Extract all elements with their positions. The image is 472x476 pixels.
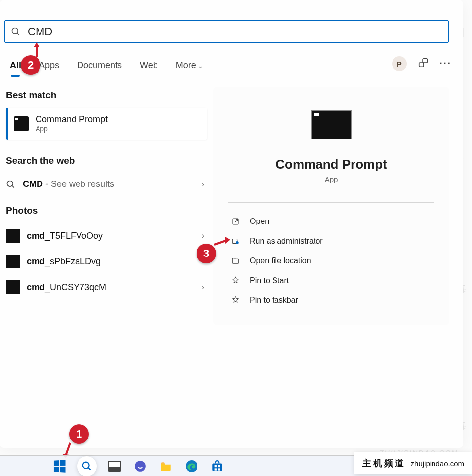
tab-documents[interactable]: Documents xyxy=(76,57,123,73)
tab-apps[interactable]: Apps xyxy=(38,57,60,73)
svg-rect-14 xyxy=(215,465,217,467)
preview-subtitle: App xyxy=(228,175,434,183)
preview-title: Command Prompt xyxy=(228,157,434,172)
svg-rect-15 xyxy=(218,465,220,467)
results-column: Best match Command Prompt App Search the… xyxy=(6,87,207,300)
edge-browser-icon[interactable] xyxy=(184,458,199,474)
section-photos: Photos xyxy=(6,202,207,223)
svg-line-5 xyxy=(12,185,14,187)
action-pin-to-start[interactable]: Pin to Start xyxy=(228,271,434,291)
photo-thumbnail xyxy=(6,255,20,268)
section-search-web: Search the web xyxy=(6,152,207,173)
folder-icon xyxy=(231,256,240,265)
annotation-arrow-2 xyxy=(31,41,43,58)
svg-rect-16 xyxy=(215,468,217,470)
preview-column: Command Prompt App Open Run as administr… xyxy=(213,87,449,325)
shield-admin-icon xyxy=(231,237,240,246)
action-run-as-administrator[interactable]: Run as administrator xyxy=(228,231,434,251)
pin-icon xyxy=(231,276,240,285)
search-icon xyxy=(6,180,16,189)
best-match-subtitle: App xyxy=(36,125,108,133)
svg-point-4 xyxy=(7,181,13,186)
share-icon[interactable] xyxy=(418,57,429,70)
task-view-icon[interactable] xyxy=(107,458,122,474)
taskbar-search-button[interactable] xyxy=(77,456,97,476)
start-button[interactable] xyxy=(51,458,67,474)
file-explorer-icon[interactable] xyxy=(158,458,174,474)
header-icons: P ··· xyxy=(392,56,451,71)
photo-thumbnail xyxy=(6,229,20,243)
annotation-badge-1: 1 xyxy=(69,424,89,444)
svg-line-1 xyxy=(17,33,19,35)
action-open[interactable]: Open xyxy=(228,212,434,231)
more-options-icon[interactable]: ··· xyxy=(439,57,451,70)
svg-point-0 xyxy=(12,28,18,34)
svg-point-11 xyxy=(135,461,146,472)
svg-line-10 xyxy=(88,467,91,470)
chevron-right-icon: › xyxy=(202,231,207,240)
preview-app-icon xyxy=(311,110,352,139)
best-match-item[interactable]: Command Prompt App xyxy=(6,108,207,140)
windows-search-window: All Apps Documents Web More⌄ P ··· Best … xyxy=(0,0,463,448)
open-icon xyxy=(231,217,240,226)
svg-rect-13 xyxy=(212,463,222,471)
command-prompt-icon xyxy=(14,116,29,131)
user-avatar[interactable]: P xyxy=(392,56,407,71)
svg-rect-2 xyxy=(419,63,423,67)
photo-item[interactable]: cmd_T5FLFVoOoy › xyxy=(6,223,207,249)
watermark-badge: 主机频道zhujipindao.com xyxy=(354,452,472,474)
annotation-badge-2: 2 xyxy=(21,55,40,75)
search-bar[interactable] xyxy=(4,20,449,43)
photo-item[interactable]: cmd_UnCSY73qcM › xyxy=(6,274,207,300)
pin-icon xyxy=(231,296,240,305)
action-open-file-location[interactable]: Open file location xyxy=(228,251,434,271)
photo-thumbnail xyxy=(6,280,20,294)
search-icon xyxy=(11,27,21,37)
tab-all[interactable]: All xyxy=(9,57,22,73)
svg-rect-3 xyxy=(423,59,427,63)
web-result-item[interactable]: CMD - See web results › xyxy=(6,173,207,195)
section-best-match: Best match xyxy=(6,87,207,108)
best-match-title: Command Prompt xyxy=(36,114,108,125)
svg-rect-17 xyxy=(218,468,220,470)
annotation-arrow-3 xyxy=(213,236,231,249)
chat-icon[interactable] xyxy=(132,458,148,474)
chevron-right-icon: › xyxy=(202,283,207,292)
divider xyxy=(228,202,434,203)
microsoft-store-icon[interactable] xyxy=(209,458,225,474)
chevron-right-icon: › xyxy=(202,180,207,189)
svg-point-9 xyxy=(83,462,89,468)
action-pin-to-taskbar[interactable]: Pin to taskbar xyxy=(228,291,434,310)
active-tab-indicator xyxy=(11,75,20,77)
photo-item[interactable]: cmd_sPbFzaLDvg › xyxy=(6,249,207,274)
search-input[interactable] xyxy=(28,25,442,38)
svg-point-8 xyxy=(236,241,239,244)
tab-web[interactable]: Web xyxy=(139,57,159,73)
tab-more[interactable]: More⌄ xyxy=(175,57,204,73)
